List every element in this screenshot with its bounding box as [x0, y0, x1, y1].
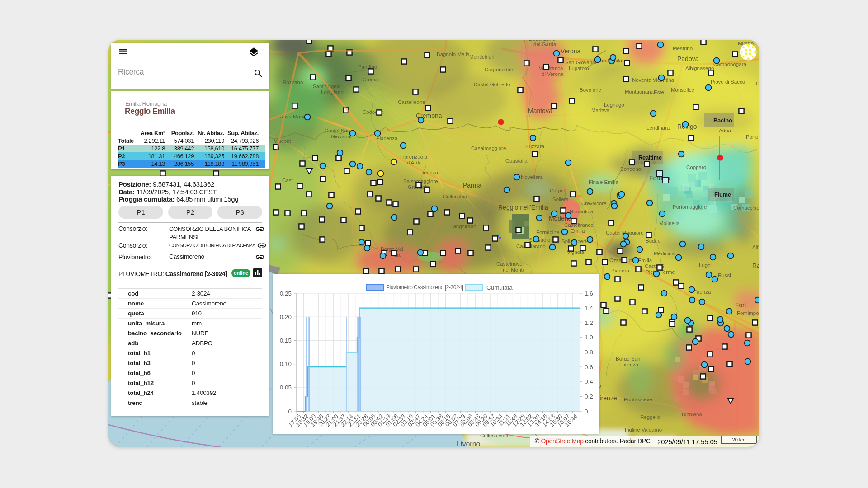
svg-text:Este: Este [654, 89, 664, 95]
svg-text:Bibbiena: Bibbiena [682, 412, 702, 417]
svg-text:Carpenedolo: Carpenedolo [485, 67, 514, 72]
svg-text:Faenza: Faenza [693, 289, 711, 295]
svg-text:del Garda: del Garda [533, 42, 557, 47]
svg-text:Ravenna: Ravenna [752, 262, 760, 269]
svg-text:Molinella: Molinella [659, 221, 680, 226]
svg-text:Cumulata: Cumulata [486, 284, 513, 291]
svg-text:Reggio nell'Emilia: Reggio nell'Emilia [498, 204, 548, 211]
svg-text:Casalmaggiore: Casalmaggiore [471, 145, 506, 151]
svg-text:Verona: Verona [561, 47, 581, 55]
svg-text:Crema: Crema [363, 77, 378, 82]
svg-text:Copparo: Copparo [686, 164, 706, 170]
svg-text:Bondeno: Bondeno [620, 166, 641, 172]
svg-text:Portomaggiore: Portomaggiore [673, 204, 707, 210]
svg-text:1.2: 1.2 [585, 319, 593, 326]
svg-text:Emilia: Emilia [571, 228, 585, 234]
svg-text:Fornimpopoli: Fornimpopoli [737, 310, 760, 316]
svg-text:Villafranca: Villafranca [539, 66, 563, 71]
svg-text:Castenedolo: Castenedolo [466, 40, 495, 41]
svg-text:Fiorenzuola: Fiorenzuola [400, 154, 428, 160]
svg-text:Sassuolo: Sassuolo [529, 237, 550, 243]
svg-text:Nonantola: Nonantola [570, 209, 594, 214]
svg-text:Porto Vir: Porto Vir [746, 134, 760, 140]
svg-text:0.25: 0.25 [280, 290, 292, 297]
svg-text:Alfonsine: Alfonsine [752, 244, 760, 250]
svg-text:Montagnana: Montagnana [625, 89, 654, 94]
svg-text:0: 0 [585, 408, 588, 415]
svg-text:Parma: Parma [463, 182, 481, 189]
svg-text:Pianoro: Pianoro [611, 268, 629, 273]
svg-text:Livorno: Livorno [457, 440, 481, 447]
svg-text:1.0: 1.0 [585, 334, 593, 341]
svg-text:ne' Monti: ne' Monti [503, 267, 524, 272]
svg-text:Maritwa: Maritwa [591, 108, 610, 113]
svg-text:Piove di Sacco: Piove di Sacco [711, 79, 745, 84]
svg-text:Forl: Forl [735, 301, 746, 309]
svg-text:0.15: 0.15 [280, 337, 292, 344]
svg-text:Comacchio: Comacchio [733, 205, 760, 211]
svg-text:d'Arda: d'Arda [407, 160, 422, 165]
svg-text:Lendinara: Lendinara [646, 125, 670, 131]
svg-text:Figline Valdarno: Figline Valdarno [625, 427, 662, 432]
svg-text:Pandino: Pandino [358, 64, 377, 70]
svg-text:0.4: 0.4 [585, 378, 593, 385]
svg-text:0.10: 0.10 [280, 361, 292, 367]
svg-text:0: 0 [288, 408, 292, 415]
svg-text:Finale Emilia: Finale Emilia [589, 179, 618, 185]
svg-text:Mantova: Mantova [528, 107, 552, 114]
svg-text:0.20: 0.20 [280, 314, 292, 320]
svg-text:Montichiari: Montichiari [469, 54, 495, 60]
svg-text:Firenze: Firenze [596, 394, 617, 402]
svg-text:Fidenza: Fidenza [420, 170, 439, 175]
svg-text:Fiume: Fiume [714, 191, 731, 198]
svg-text:Guastalla: Guastalla [505, 158, 528, 164]
svg-text:Borgo San: Borgo San [616, 356, 640, 361]
svg-text:Soliera: Soliera [552, 197, 569, 202]
svg-text:Pluviometro Cassimoreno [2-302: Pluviometro Cassimoreno [2-3024] [386, 284, 463, 291]
svg-text:Viscont: Viscont [274, 138, 291, 144]
svg-text:Novellara: Novellara [521, 174, 543, 180]
svg-text:Adria: Adria [719, 128, 731, 133]
svg-text:Medicina: Medicina [654, 251, 675, 256]
svg-text:Giovanni: Giovanni [331, 134, 351, 139]
svg-text:0.05: 0.05 [280, 384, 292, 391]
svg-text:Langhirano: Langhirano [450, 224, 476, 229]
svg-text:Castelleone: Castelleone [398, 99, 425, 105]
svg-text:Castel Goffredo: Castel Goffredo [474, 82, 510, 87]
svg-text:Carpi: Carpi [550, 188, 562, 193]
svg-text:1.4: 1.4 [585, 305, 593, 311]
svg-text:Castelnovo: Castelnovo [496, 261, 523, 267]
svg-text:Castel San: Castel San [325, 128, 350, 133]
svg-text:0.2: 0.2 [585, 393, 593, 400]
svg-text:Piacenza: Piacenza [376, 136, 398, 141]
svg-text:Padova: Padova [677, 55, 699, 62]
svg-text:Lorenzo: Lorenzo [619, 362, 638, 367]
svg-text:Budrio: Budrio [646, 238, 660, 244]
svg-text:Cast: Cast [282, 178, 293, 183]
svg-text:Russi: Russi [718, 272, 731, 278]
svg-text:Castelfranco: Castelfranco [564, 222, 594, 228]
svg-text:Suzzara: Suzzara [525, 144, 545, 149]
svg-text:Castellarano: Castellarano [516, 244, 546, 249]
svg-text:San Giovanni: San Giovanni [565, 60, 596, 65]
svg-text:Formigine: Formigine [536, 230, 559, 235]
svg-text:Bovolone: Bovolone [580, 87, 601, 93]
svg-text:Mestrino: Mestrino [673, 46, 693, 51]
svg-text:Reggio: Reggio [748, 40, 760, 41]
svg-text:0.8: 0.8 [585, 349, 593, 356]
svg-text:Reggello: Reggello [640, 414, 660, 420]
svg-text:Lupatoto: Lupatoto [569, 66, 589, 71]
svg-text:Realtime: Realtime [638, 154, 662, 161]
svg-text:di Verona: di Verona [542, 71, 564, 77]
svg-text:Monselice: Monselice [671, 87, 694, 93]
svg-text:0.6: 0.6 [585, 364, 593, 371]
svg-text:Bagnolo Mella: Bagnolo Mella [437, 52, 470, 57]
svg-text:1.6: 1.6 [585, 290, 593, 297]
svg-text:Legnago: Legnago [604, 102, 624, 108]
svg-text:Ozzano dell'Emilia: Ozzano dell'Emilia [609, 258, 652, 263]
svg-text:Lugo: Lugo [699, 263, 711, 268]
svg-text:Crevalcore: Crevalcore [581, 201, 607, 206]
svg-text:Collecchio: Collecchio [443, 194, 467, 199]
svg-text:Noventa Vicentina: Noventa Vicentina [632, 77, 675, 83]
svg-text:Bacino: Bacino [713, 117, 732, 124]
